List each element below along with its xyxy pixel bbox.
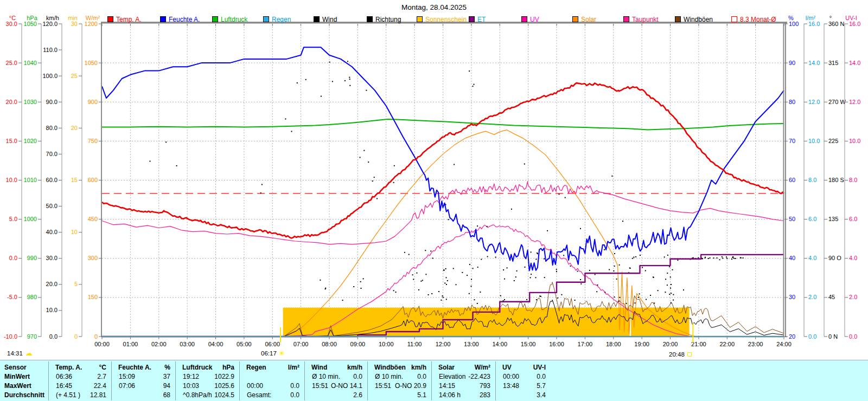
table-cell: -22.423 (431, 373, 490, 380)
wind-direction-dot (537, 253, 538, 254)
legend-swatch (731, 16, 737, 22)
wind-direction-dot (639, 293, 640, 294)
wind-direction-dot (619, 264, 620, 266)
wind-direction-dot (504, 299, 505, 300)
y-axis-label: 2.0 (808, 294, 816, 300)
wind-direction-dot (595, 274, 596, 275)
wind-direction-dot (618, 301, 620, 302)
y-axis-label: 0.0 (808, 333, 816, 340)
wind-direction-dot (717, 257, 718, 258)
wind-direction-dot (693, 257, 694, 258)
y-axis-label: 600 (88, 177, 98, 183)
y-axis-label: 1050 (24, 21, 37, 27)
wind-direction-dot (516, 270, 518, 271)
wind-direction-dot (671, 293, 672, 294)
legend-label: Richtung (375, 16, 401, 23)
wind-direction-dot (376, 198, 378, 199)
legend-swatch (469, 16, 475, 22)
y-axis-label: 10.0 (849, 138, 860, 144)
legend-item-taupunkt: Taupunkt (623, 16, 659, 23)
legend-swatch (314, 16, 320, 22)
wind-direction-dot (667, 284, 668, 286)
legend-item-solar: Solar (572, 16, 596, 23)
axis-unit-Wm: W/m² (86, 15, 100, 21)
wind-direction-dot (467, 275, 468, 276)
x-axis-label: 18:00 (606, 341, 621, 347)
x-axis-label: 17:00 (578, 341, 593, 347)
y-axis-label: 1010 (24, 177, 37, 183)
legend-swatch (263, 16, 269, 22)
wind-direction-dot (515, 276, 516, 277)
wind-direction-dot (565, 197, 566, 198)
wind-direction-dot (580, 228, 581, 229)
y-axis-label: 270 W (828, 99, 846, 105)
wind-direction-dot (321, 96, 322, 97)
wind-direction-dot (653, 276, 654, 277)
wind-direction-dot (477, 225, 478, 227)
legend-item-windb-en: Windböen (675, 16, 713, 23)
y-axis-label: 315 (828, 60, 838, 66)
x-axis-label: 22:00 (719, 341, 735, 347)
wind-direction-dot (677, 260, 678, 261)
wind-direction-dot (431, 293, 432, 294)
table-cell: 0.0 (495, 373, 546, 380)
series-solar (284, 130, 695, 337)
wind-direction-dot (708, 258, 709, 259)
table-cell: MaxWert (4, 382, 31, 390)
wind-direction-dot (395, 292, 397, 293)
table-cell: 68 (111, 391, 170, 399)
wind-direction-dot (320, 280, 321, 281)
legend-swatch (367, 16, 373, 22)
axis-unit-UVI: UV-I (845, 15, 857, 21)
table-cell: O-NO 14.1 (304, 382, 362, 390)
wind-direction-dot (363, 150, 365, 151)
wind-direction-dot (454, 164, 455, 165)
wind-direction-dot (291, 131, 292, 132)
wind-direction-dot (726, 258, 727, 259)
y-axis-label: 750 (88, 138, 98, 144)
table-cell: km/h (304, 364, 362, 371)
wind-direction-dot (726, 256, 727, 257)
y-axis-label: 90 (789, 60, 795, 66)
wind-direction-dot (438, 291, 439, 292)
series-taupunkt (102, 182, 784, 244)
current-time-label: 14:31☁ (7, 349, 33, 357)
x-axis-label: 20:00 (663, 341, 678, 347)
wind-direction-dot (673, 294, 674, 295)
wind-direction-dot (413, 279, 414, 280)
legend-item-wind: Wind (314, 16, 337, 23)
wind-direction-dot (297, 82, 298, 83)
table-cell: 793 (431, 382, 490, 390)
wind-direction-dot (432, 258, 433, 259)
wind-direction-dot (442, 295, 443, 296)
legend-label: Solar (581, 16, 596, 23)
x-axis-label: 00:00 (94, 341, 110, 347)
wind-direction-dot (535, 259, 537, 260)
wind-direction-dot (342, 300, 343, 301)
wind-direction-dot (609, 269, 610, 270)
table-cell: 3.4 (495, 391, 546, 399)
y-axis-label: 80 (789, 99, 795, 105)
y-axis-label: 0.0 (9, 255, 17, 261)
wind-direction-dot (665, 292, 666, 293)
wind-direction-dot (613, 270, 614, 271)
wind-direction-dot (443, 269, 444, 270)
legend-swatch (521, 16, 527, 22)
y-axis-label: 450 (88, 216, 98, 222)
wind-direction-dot (428, 294, 429, 295)
y-axis-label: 20 (71, 125, 78, 131)
wind-direction-dot (698, 257, 699, 258)
wind-direction-dot (504, 279, 505, 280)
wind-direction-dot (469, 293, 470, 294)
wind-direction-dot (570, 266, 571, 267)
y-axis-label: -10.0 (4, 333, 17, 340)
wind-direction-dot (596, 291, 597, 292)
wind-direction-dot (393, 182, 394, 183)
y-axis-label: 10 (71, 229, 78, 235)
table-cell: 2.7 (48, 373, 106, 380)
legend-label: Temp. A. (116, 16, 142, 23)
legend-item-feuchte-a-: Feuchte A. (160, 16, 200, 23)
sunrise-label: 06:17☀ (261, 350, 285, 357)
y-axis-label: 1020 (24, 138, 37, 144)
wind-direction-dot (443, 297, 444, 298)
